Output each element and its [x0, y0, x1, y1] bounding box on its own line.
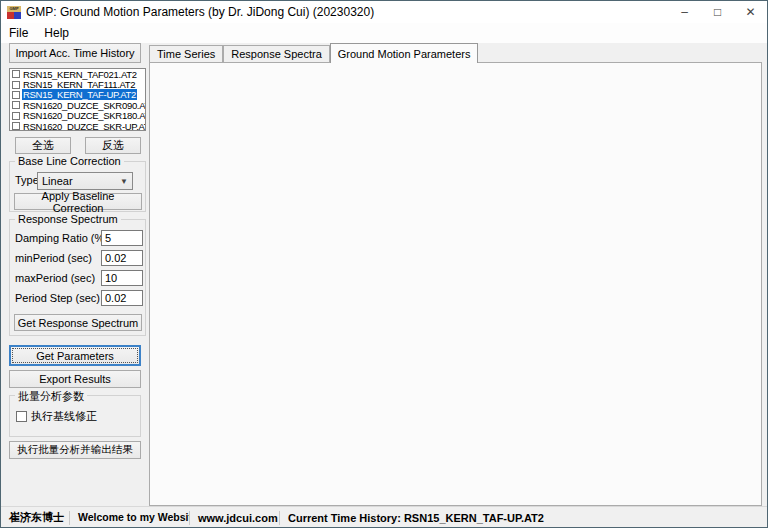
- file-name: RSN15_KERN_TAF111.AT2: [22, 79, 136, 90]
- checkbox-icon[interactable]: [12, 81, 20, 89]
- checkbox-icon[interactable]: [12, 91, 20, 99]
- app-window: GMP GMP: Ground Motion Parameters (by Dr…: [0, 0, 768, 528]
- file-list-item[interactable]: RSN15_KERN_TAF111.AT2: [10, 79, 145, 89]
- menu-bar: File Help: [1, 23, 767, 43]
- select-all-button[interactable]: 全选: [15, 137, 71, 154]
- file-list-item[interactable]: RSN1620_DUZCE_SKR180.AT2: [10, 111, 145, 121]
- minimize-icon[interactable]: –: [668, 1, 701, 23]
- type-label: Type: [15, 174, 39, 186]
- export-results-button[interactable]: Export Results: [9, 370, 141, 388]
- field-label: Damping Ratio (%): [15, 232, 108, 244]
- baseline-groupbox: Base Line Correction Type Linear ▼ Apply…: [9, 161, 146, 212]
- get-response-spectrum-button[interactable]: Get Response Spectrum: [14, 314, 142, 331]
- maximize-icon[interactable]: □: [701, 1, 734, 23]
- run-batch-button[interactable]: 执行批量分析并输出结果: [9, 441, 141, 459]
- file-name: RSN1620_DUZCE_SKR180.AT2: [22, 110, 146, 121]
- file-list[interactable]: RSN15_KERN_TAF021.AT2RSN15_KERN_TAF111.A…: [9, 68, 146, 131]
- file-list-item[interactable]: RSN15_KERN_TAF021.AT2: [10, 69, 145, 79]
- batch-group-title: 批量分析参数: [15, 389, 87, 404]
- baseline-group-title: Base Line Correction: [15, 155, 124, 167]
- checkbox-icon[interactable]: [12, 122, 20, 130]
- baseline-type-value: Linear: [42, 175, 73, 187]
- checkbox-icon[interactable]: [12, 101, 20, 109]
- status-current-history: Current Time History: RSN15_KERN_TAF-UP.…: [280, 512, 552, 524]
- field-label: minPeriod (sec): [15, 252, 92, 264]
- checkbox-label: 执行基线修正: [31, 409, 97, 424]
- tab-response-spectra[interactable]: Response Spectra: [223, 45, 330, 62]
- menu-file[interactable]: File: [1, 24, 36, 42]
- apply-baseline-button[interactable]: Apply Baseline Correction: [14, 193, 142, 210]
- spectrum-group-title: Response Spectrum: [15, 213, 121, 225]
- file-name: RSN15_KERN_TAF-UP.AT2: [22, 89, 137, 100]
- status-bar: 崔济东博士 Welcome to my Website： www.jdcui.c…: [1, 506, 767, 528]
- field-input[interactable]: 0.02: [101, 250, 143, 266]
- file-list-item[interactable]: RSN1620_DUZCE_SKR-UP.AT2: [10, 121, 145, 131]
- field-input[interactable]: 10: [101, 270, 143, 286]
- file-list-item[interactable]: RSN1620_DUZCE_SKR090.AT2: [10, 100, 145, 110]
- tab-time-series[interactable]: Time Series: [149, 45, 223, 62]
- app-icon: GMP: [7, 6, 21, 19]
- tab-ground-motion-parameters[interactable]: Ground Motion Parameters: [330, 43, 479, 63]
- checkbox-icon[interactable]: [12, 112, 20, 120]
- status-author: 崔济东博士: [1, 510, 69, 525]
- import-acc-button[interactable]: Import Acc. Time History: [9, 43, 141, 63]
- get-parameters-button[interactable]: Get Parameters: [9, 345, 141, 366]
- invert-select-button[interactable]: 反选: [85, 137, 141, 154]
- file-name: RSN15_KERN_TAF021.AT2: [22, 69, 138, 80]
- chevron-down-icon: ▼: [120, 177, 128, 186]
- field-input[interactable]: 5: [101, 230, 143, 246]
- menu-help[interactable]: Help: [36, 24, 77, 42]
- tab-page: [149, 62, 762, 506]
- checkbox-icon: [16, 411, 27, 422]
- spectrum-groupbox: Response Spectrum Damping Ratio (%)5minP…: [9, 219, 146, 336]
- file-name: RSN1620_DUZCE_SKR090.AT2: [22, 100, 146, 111]
- checkbox-icon[interactable]: [12, 70, 20, 78]
- title-bar: GMP GMP: Ground Motion Parameters (by Dr…: [1, 1, 767, 23]
- close-icon[interactable]: ✕: [734, 1, 767, 23]
- batch-groupbox: 批量分析参数 执行基线修正: [9, 395, 141, 437]
- file-name: RSN1620_DUZCE_SKR-UP.AT2: [22, 121, 146, 131]
- field-input[interactable]: 0.02: [101, 290, 143, 306]
- tab-strip: Time SeriesResponse SpectraGround Motion…: [149, 43, 478, 62]
- file-list-item[interactable]: RSN15_KERN_TAF-UP.AT2: [10, 90, 145, 100]
- field-label: maxPeriod (sec): [15, 272, 95, 284]
- baseline-correction-checkbox[interactable]: 执行基线修正: [16, 409, 97, 424]
- status-website-link[interactable]: www.jdcui.com: [190, 512, 279, 524]
- status-welcome: Welcome to my Website：: [70, 511, 189, 525]
- window-title: GMP: Ground Motion Parameters (by Dr. Ji…: [26, 5, 374, 19]
- baseline-type-select[interactable]: Linear ▼: [37, 172, 133, 190]
- field-label: Period Step (sec): [15, 292, 100, 304]
